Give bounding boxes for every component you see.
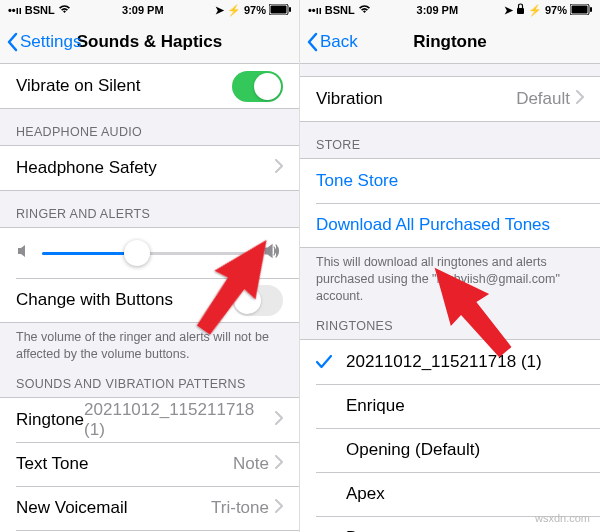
ringtone-row[interactable]: Opening (Default)	[300, 428, 600, 472]
lock-icon	[516, 3, 525, 17]
location-icon: ➤	[215, 4, 224, 17]
signal-icon: ••ıı	[8, 4, 22, 16]
battery-percent: ⚡ 97%	[528, 4, 567, 17]
status-time: 3:09 PM	[122, 4, 164, 16]
sound-pattern-row[interactable]: New VoicemailTri-tone	[0, 486, 299, 530]
ringtones-header: RINGTONES	[300, 315, 600, 339]
vibrate-on-silent-row[interactable]: Vibrate on Silent	[0, 64, 299, 108]
watermark: wsxdn.com	[535, 512, 590, 524]
change-buttons-label: Change with Buttons	[16, 290, 232, 310]
vibration-value: Default	[516, 89, 570, 109]
chevron-right-icon	[275, 159, 283, 177]
download-tones-row[interactable]: Download All Purchased Tones	[300, 203, 600, 247]
status-bar: ••ıı BSNL 3:09 PM ➤ ⚡ 97%	[0, 0, 299, 20]
sounds-patterns-header: SOUNDS AND VIBRATION PATTERNS	[0, 373, 299, 397]
row-value: 20211012_115211718 (1)	[84, 400, 269, 440]
location-icon: ➤	[504, 4, 513, 17]
store-footer: This will download all ringtones and ale…	[300, 248, 600, 315]
chevron-right-icon	[275, 411, 283, 429]
change-with-buttons-row[interactable]: Change with Buttons	[0, 278, 299, 322]
wifi-icon	[358, 4, 371, 16]
headphone-safety-row[interactable]: Headphone Safety	[0, 146, 299, 190]
nav-bar: Settings Sounds & Haptics	[0, 20, 299, 64]
store-header: STORE	[300, 122, 600, 158]
wifi-icon	[58, 4, 71, 16]
ringtone-label: Enrique	[346, 396, 584, 416]
signal-icon: ••ıı	[308, 4, 322, 16]
vibration-row[interactable]: Vibration Default	[300, 77, 600, 121]
chevron-left-icon	[6, 32, 18, 52]
sounds-haptics-screen: ••ıı BSNL 3:09 PM ➤ ⚡ 97% Settings Sound…	[0, 0, 300, 532]
battery-icon	[570, 4, 592, 17]
back-button[interactable]: Settings	[0, 32, 81, 52]
back-button[interactable]: Back	[300, 32, 358, 52]
vibration-label: Vibration	[316, 89, 516, 109]
svg-rect-1	[270, 5, 286, 13]
chevron-right-icon	[576, 90, 584, 108]
ringtone-row[interactable]: Apex	[300, 472, 600, 516]
ringer-footer: The volume of the ringer and alerts will…	[0, 323, 299, 373]
svg-rect-6	[590, 7, 592, 12]
change-buttons-toggle[interactable]	[232, 285, 283, 316]
svg-rect-5	[571, 5, 587, 13]
svg-rect-3	[517, 8, 524, 14]
back-label: Back	[320, 32, 358, 52]
chevron-right-icon	[275, 499, 283, 517]
headphone-safety-label: Headphone Safety	[16, 158, 275, 178]
tone-store-row[interactable]: Tone Store	[300, 159, 600, 203]
volume-slider[interactable]	[42, 252, 253, 255]
chevron-right-icon	[275, 455, 283, 473]
row-label: New Voicemail	[16, 498, 211, 518]
ringtone-row[interactable]: Enrique	[300, 384, 600, 428]
carrier-label: BSNL	[325, 4, 355, 16]
speaker-high-icon	[263, 243, 283, 263]
speaker-low-icon	[16, 243, 32, 263]
ringer-alerts-header: RINGER AND ALERTS	[0, 191, 299, 227]
row-label: Text Tone	[16, 454, 233, 474]
ringtone-label: Apex	[346, 484, 584, 504]
row-value: Note	[233, 454, 269, 474]
vibrate-silent-toggle[interactable]	[232, 71, 283, 102]
row-label: Ringtone	[16, 410, 84, 430]
ringtone-screen: ••ıı BSNL 3:09 PM ➤ ⚡ 97% Ba	[300, 0, 600, 532]
headphone-audio-header: HEADPHONE AUDIO	[0, 109, 299, 145]
checkmark-icon	[316, 355, 334, 369]
svg-rect-2	[289, 7, 291, 12]
status-time: 3:09 PM	[417, 4, 459, 16]
status-bar: ••ıı BSNL 3:09 PM ➤ ⚡ 97%	[300, 0, 600, 20]
ringtone-label: Beacon	[346, 528, 584, 532]
sound-pattern-row[interactable]: Ringtone20211012_115211718 (1)	[0, 398, 299, 442]
battery-percent: ⚡ 97%	[227, 4, 266, 17]
tone-store-label: Tone Store	[316, 171, 584, 191]
ringtone-label: 20211012_115211718 (1)	[346, 352, 584, 372]
row-value: Tri-tone	[211, 498, 269, 518]
battery-icon	[269, 4, 291, 17]
vibrate-silent-label: Vibrate on Silent	[16, 76, 232, 96]
ringtone-row[interactable]: 20211012_115211718 (1)	[300, 340, 600, 384]
download-tones-label: Download All Purchased Tones	[316, 215, 584, 235]
volume-slider-row	[0, 228, 299, 278]
sound-pattern-row[interactable]: Text ToneNote	[0, 442, 299, 486]
ringtone-label: Opening (Default)	[346, 440, 584, 460]
nav-bar: Back Ringtone	[300, 20, 600, 64]
back-label: Settings	[20, 32, 81, 52]
chevron-left-icon	[306, 32, 318, 52]
carrier-label: BSNL	[25, 4, 55, 16]
